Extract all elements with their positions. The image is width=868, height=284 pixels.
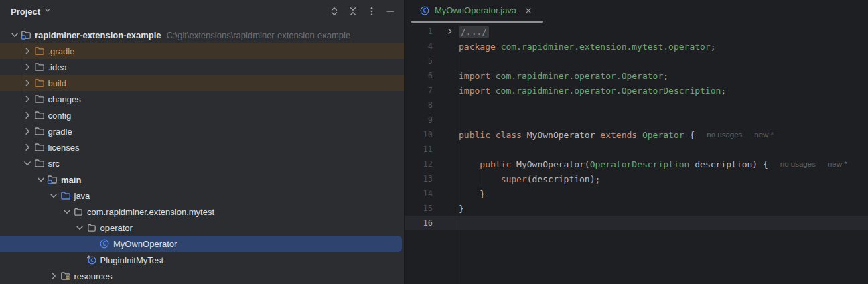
folder-icon <box>34 94 48 104</box>
editor-area: C MyOwnOperator.java 1/.../4package com.… <box>404 0 868 284</box>
tree-item-label: com.rapidminer.extension.mytest <box>87 207 214 217</box>
tree-item-resources[interactable]: resources <box>0 268 404 284</box>
tree-item-label: resources <box>74 271 113 281</box>
code-text: public MyOwnOperator(OperatorDescription… <box>459 159 768 169</box>
code-text: /.../ <box>459 27 489 37</box>
panel-title: Project <box>11 7 40 17</box>
tree-item-gradle[interactable]: gradle <box>0 123 404 139</box>
chevron-down-icon[interactable] <box>60 206 73 217</box>
folder-icon <box>34 62 48 72</box>
tree-item-label: rapidminer-extension-example <box>35 30 161 40</box>
inlay-hint[interactable]: new * <box>828 160 847 168</box>
tree-item-myownoperator[interactable]: CMyOwnOperator <box>0 236 402 252</box>
tree-item-licenses[interactable]: licenses <box>0 139 404 155</box>
code-line-9[interactable]: 9 <box>405 113 868 127</box>
chevron-right-icon[interactable] <box>21 78 34 88</box>
tree-item-java[interactable]: java <box>0 188 404 204</box>
code-text: public class MyOwnOperator extends Opera… <box>459 130 695 140</box>
hide-panel-button[interactable] <box>385 6 396 17</box>
folder-resources-icon <box>60 271 74 281</box>
tree-item-operator[interactable]: operator <box>0 220 404 236</box>
folder-icon <box>34 142 48 153</box>
tree-item-plugininitmytest[interactable]: CPluginInitMyTest <box>0 252 404 268</box>
chevron-right-icon[interactable] <box>48 271 60 281</box>
class-icon: C <box>419 5 430 16</box>
chevron-right-icon[interactable] <box>21 142 34 153</box>
svg-text:C: C <box>423 8 427 14</box>
svg-text:C: C <box>103 241 106 247</box>
collapse-all-button[interactable] <box>348 6 358 17</box>
tree-item-rapidminer-extension-example[interactable]: rapidminer-extension-exampleC:\git\exten… <box>0 27 404 43</box>
chevron-down-icon[interactable] <box>74 222 86 233</box>
tree-item-label: java <box>74 191 90 201</box>
code-line-14[interactable]: 14 } <box>405 186 868 201</box>
tree-item-label: gradle <box>48 127 72 137</box>
inlay-hint[interactable]: no usages <box>780 160 816 168</box>
close-icon[interactable] <box>524 6 533 15</box>
editor-tab[interactable]: C MyOwnOperator.java <box>411 0 541 21</box>
code-line-11[interactable]: 11 <box>405 142 868 157</box>
line-number: 7 <box>405 86 433 95</box>
chevron-right-icon[interactable] <box>21 110 34 121</box>
inlay-hint[interactable]: no usages <box>707 131 742 139</box>
folder-source-icon <box>60 190 74 201</box>
code-text: } <box>459 204 464 214</box>
code-line-7[interactable]: 7import com.rapidminer.operator.Operator… <box>405 83 868 98</box>
chevron-down-icon[interactable] <box>48 190 60 201</box>
tree-item-label: changes <box>48 94 81 104</box>
tree-item-label: MyOwnOperator <box>113 239 177 249</box>
folder-module-icon <box>21 29 35 40</box>
code-line-12[interactable]: 12 public MyOwnOperator(OperatorDescript… <box>405 157 868 171</box>
line-number: 8 <box>405 100 433 110</box>
folder-icon <box>34 158 48 169</box>
line-number: 16 <box>405 218 433 228</box>
tree-item-src[interactable]: src <box>0 155 404 171</box>
code-editor[interactable]: 1/.../4package com.rapidminer.extension.… <box>405 24 868 284</box>
code-text: import com.rapidminer.operator.OperatorD… <box>459 86 726 96</box>
project-view-selector[interactable]: Project <box>11 5 52 17</box>
code-line-6[interactable]: 6import com.rapidminer.operator.Operator… <box>405 68 868 83</box>
project-panel-header: Project <box>0 0 404 23</box>
code-line-5[interactable]: 5 <box>405 54 868 68</box>
tree-item-main[interactable]: main <box>0 171 404 188</box>
tree-item-build[interactable]: build <box>0 75 404 91</box>
more-options-button[interactable] <box>366 6 377 17</box>
folder-excluded-icon <box>34 78 48 88</box>
code-line-4[interactable]: 4package com.rapidminer.extension.mytest… <box>405 39 868 54</box>
kebab-icon <box>366 6 377 17</box>
code-text: import com.rapidminer.operator.Operator; <box>459 71 668 81</box>
expand-all-icon <box>329 6 340 17</box>
line-number: 4 <box>405 42 433 51</box>
code-line-10[interactable]: 10public class MyOwnOperator extends Ope… <box>405 127 868 142</box>
tree-item-gradle[interactable]: .gradle <box>0 43 404 59</box>
chevron-down-icon[interactable] <box>8 29 21 40</box>
package-icon <box>86 222 100 233</box>
package-icon <box>73 206 87 217</box>
code-line-15[interactable]: 15} <box>405 201 868 216</box>
folded-region[interactable]: /.../ <box>459 26 489 38</box>
chevron-right-icon[interactable] <box>21 126 34 137</box>
tree-item-label: .idea <box>48 62 67 72</box>
line-number: 14 <box>405 189 433 198</box>
code-line-16[interactable]: 16 <box>405 216 868 230</box>
chevron-right-icon[interactable] <box>21 46 34 56</box>
code-line-8[interactable]: 8 <box>405 98 868 113</box>
chevron-down-icon[interactable] <box>34 174 47 185</box>
svg-text:C: C <box>90 257 94 263</box>
chevron-right-icon[interactable] <box>21 62 34 72</box>
tree-item-com-rapidminer-extension-mytest[interactable]: com.rapidminer.extension.mytest <box>0 204 404 220</box>
indent-guide <box>480 171 480 186</box>
fold-marker-icon[interactable] <box>433 27 457 36</box>
code-line-1[interactable]: 1/.../ <box>405 24 868 39</box>
chevron-down-icon[interactable] <box>21 158 34 169</box>
inlay-hint[interactable]: new * <box>754 131 774 139</box>
folder-icon <box>34 110 48 121</box>
tree-item-idea[interactable]: .idea <box>0 59 404 75</box>
code-line-13[interactable]: 13 super(description); <box>405 171 868 186</box>
tree-item-changes[interactable]: changes <box>0 91 404 107</box>
project-tree: rapidminer-extension-exampleC:\git\exten… <box>0 23 404 284</box>
tree-item-config[interactable]: config <box>0 107 404 123</box>
expand-all-button[interactable] <box>329 6 340 17</box>
chevron-right-icon[interactable] <box>21 94 34 104</box>
tree-item-label: src <box>48 159 60 169</box>
